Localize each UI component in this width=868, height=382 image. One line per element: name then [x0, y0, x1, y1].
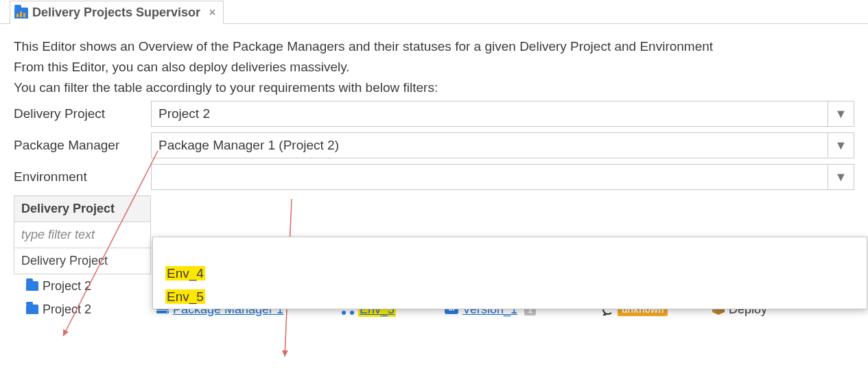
cell-project: Project 2 — [43, 279, 91, 294]
table-subheader-delivery-project[interactable]: Delivery Project — [14, 248, 151, 274]
environment-dropdown-popup: Env_4 Env_5 — [152, 237, 867, 309]
label-environment: Environment — [14, 169, 151, 184]
cell-project: Project 2 — [43, 302, 91, 317]
description-line-2: From this Editor, you can also deploy de… — [14, 60, 854, 75]
dropdown-option[interactable]: Env_5 — [153, 285, 867, 309]
chevron-down-icon[interactable]: ▼ — [828, 102, 854, 126]
tab-delivery-projects-supervisor[interactable]: Delivery Projects Supervisor × — [10, 1, 224, 24]
label-delivery-project: Delivery Project — [14, 106, 151, 121]
description-line-3: You can filter the table accordingly to … — [14, 80, 854, 95]
description-line-1: This Editor shows an Overview of the Pac… — [14, 39, 854, 54]
combo-environment[interactable]: ▼ — [151, 164, 854, 190]
dropdown-option-blank[interactable] — [153, 237, 867, 262]
label-package-manager: Package Manager — [14, 138, 151, 153]
chevron-down-icon[interactable]: ▼ — [828, 133, 854, 158]
tab-title: Delivery Projects Supervisor — [32, 5, 200, 20]
folder-icon — [26, 281, 38, 291]
close-icon[interactable]: × — [209, 5, 216, 20]
combo-delivery-project[interactable]: Project 2 ▼ — [151, 101, 854, 127]
folder-chart-icon — [14, 8, 28, 19]
combo-package-manager[interactable]: Package Manager 1 (Project 2) ▼ — [151, 132, 854, 158]
filter-text-input[interactable]: type filter text — [14, 222, 151, 248]
tab-bar: Delivery Projects Supervisor × — [0, 0, 868, 24]
combo-package-manager-value: Package Manager 1 (Project 2) — [152, 133, 828, 158]
table-header-delivery-project: Delivery Project — [14, 195, 151, 222]
combo-environment-value — [152, 165, 828, 189]
chevron-down-icon[interactable]: ▼ — [828, 165, 854, 189]
folder-icon — [26, 305, 38, 314]
combo-delivery-project-value: Project 2 — [152, 102, 828, 126]
dropdown-option[interactable]: Env_4 — [153, 262, 867, 285]
